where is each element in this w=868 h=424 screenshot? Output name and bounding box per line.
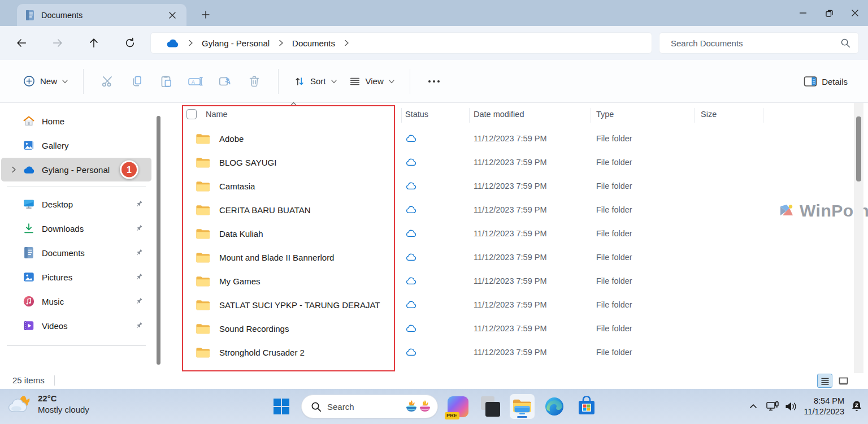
sidebar-item-videos[interactable]: Videos [1, 314, 151, 338]
share-button[interactable] [210, 69, 240, 94]
file-explorer-button[interactable] [510, 394, 535, 419]
search-input[interactable] [671, 38, 840, 48]
sidebar-item-desktop[interactable]: Desktop [1, 192, 151, 216]
column-header-status[interactable]: Status [405, 110, 428, 119]
details-button[interactable]: Details [798, 69, 853, 94]
chevron-right-icon[interactable] [187, 40, 194, 46]
column-header-date[interactable]: Date modified [474, 110, 524, 119]
breadcrumb-item[interactable]: Gylang - Personal [202, 38, 270, 48]
sidebar-item-home[interactable]: Home [1, 109, 151, 133]
weather-widget[interactable]: 22°C Mostly cloudy [7, 393, 89, 415]
file-list-scrollbar[interactable] [854, 103, 863, 373]
back-button[interactable] [14, 36, 29, 50]
copy-icon [129, 74, 144, 89]
chevron-right-icon[interactable] [277, 40, 284, 46]
column-header-type[interactable]: Type [596, 110, 614, 119]
sidebar-item-gallery[interactable]: Gallery [1, 133, 151, 157]
details-view-button[interactable] [817, 374, 832, 388]
refresh-button[interactable] [123, 36, 137, 50]
table-row[interactable]: Sound Recordings 11/12/2023 7:59 PM File… [170, 318, 868, 341]
sidebar-item-documents[interactable]: Documents [1, 241, 151, 265]
sidebar-item-music[interactable]: Music [1, 289, 151, 313]
copilot-button[interactable]: PRE [445, 394, 470, 419]
new-tab-button[interactable] [198, 7, 214, 23]
table-row[interactable]: Data Kuliah 11/12/2023 7:59 PM File fold… [170, 223, 868, 246]
thumbnail-view-button[interactable] [836, 374, 851, 388]
forward-icon [51, 37, 64, 49]
column-divider[interactable] [763, 108, 763, 123]
copy-button[interactable] [122, 69, 151, 94]
column-divider[interactable] [469, 108, 470, 123]
forward-button[interactable] [50, 36, 65, 50]
table-row[interactable]: CERITA BARU BUATAN 11/12/2023 7:59 PM Fi… [170, 199, 868, 223]
table-row[interactable]: Camtasia 11/12/2023 7:59 PM File folder [170, 175, 868, 199]
sidebar-item-label: Home [42, 116, 146, 126]
sidebar-item-pictures[interactable]: Pictures [1, 265, 151, 289]
volume-icon[interactable] [784, 400, 797, 413]
file-type: File folder [596, 300, 632, 309]
scrollbar-thumb[interactable] [856, 116, 861, 181]
close-button[interactable] [842, 0, 868, 26]
explorer-tab[interactable]: Documents [17, 4, 186, 26]
cut-button[interactable] [93, 69, 122, 94]
breadcrumb-item[interactable]: Documents [292, 38, 335, 48]
microsoft-store-icon [577, 396, 596, 417]
file-name: Data Kuliah [219, 229, 263, 239]
up-button[interactable] [86, 36, 101, 50]
notification-bell-icon[interactable] [850, 400, 863, 413]
column-header-size[interactable]: Size [701, 110, 717, 119]
file-name: Adobe [219, 134, 244, 144]
view-button[interactable]: View [343, 69, 401, 94]
table-row[interactable]: Mount and Blade II Bannerlord 11/12/2023… [170, 246, 868, 270]
minimize-icon [799, 9, 807, 17]
breadcrumb[interactable]: Gylang - Personal Documents [150, 32, 652, 54]
new-button[interactable]: New [17, 69, 74, 94]
search-icon[interactable] [840, 38, 850, 48]
column-divider[interactable] [591, 108, 591, 123]
sidebar-item-downloads[interactable]: Downloads [1, 217, 151, 240]
paste-button[interactable] [151, 69, 181, 94]
tray-overflow-button[interactable] [749, 402, 758, 411]
sidebar-scrollbar[interactable] [157, 116, 160, 365]
edge-button[interactable] [542, 394, 567, 419]
table-row[interactable]: SATLAT SUCI YPKP - TARUNG DERAJAT 11/12/… [170, 294, 868, 318]
onedrive-icon[interactable] [166, 38, 179, 48]
column-header-name[interactable]: Name [206, 110, 228, 119]
date-modified: 11/12/2023 7:59 PM [474, 276, 547, 285]
list-view-icon [821, 377, 830, 385]
table-row[interactable]: BLOG SAYUGI 11/12/2023 7:59 PM File fold… [170, 152, 868, 175]
gallery-icon [23, 139, 35, 152]
table-row[interactable]: My Games 11/12/2023 7:59 PM File folder [170, 270, 868, 294]
expand-chevron-icon[interactable] [8, 166, 19, 173]
table-row[interactable]: Adobe 11/12/2023 7:59 PM File folder [170, 128, 868, 152]
sidebar-item-gylang-personal[interactable]: Gylang - Personal 1 [1, 158, 151, 181]
chevron-right-icon[interactable] [343, 40, 350, 46]
tab-close-icon[interactable] [165, 8, 180, 23]
taskbar-search[interactable]: Search [301, 395, 438, 418]
app-squares-button[interactable] [478, 394, 502, 419]
cloud-status-icon [405, 301, 416, 309]
clock[interactable]: 8:54 PM 11/12/2023 [804, 396, 845, 417]
folder-icon [196, 323, 210, 335]
date-modified: 11/12/2023 7:59 PM [474, 253, 547, 262]
minimize-button[interactable] [790, 0, 816, 26]
column-divider[interactable] [401, 108, 402, 123]
restore-button[interactable] [816, 0, 842, 26]
start-button[interactable] [269, 394, 294, 419]
select-all-checkbox[interactable] [186, 109, 197, 119]
weather-temp: 22°C [38, 393, 89, 404]
column-divider[interactable] [694, 108, 695, 123]
network-icon[interactable] [766, 400, 779, 413]
search-box[interactable] [659, 32, 859, 54]
rename-button[interactable]: A [181, 69, 210, 94]
date-modified: 11/12/2023 7:59 PM [474, 205, 547, 214]
store-button[interactable] [574, 394, 599, 419]
sort-button[interactable]: Sort [288, 69, 343, 94]
file-list: Name Status Date modified Type Size Adob… [170, 103, 868, 373]
table-row[interactable]: Stronghold Crusader 2 11/12/2023 7:59 PM… [170, 341, 868, 365]
more-button[interactable] [419, 69, 449, 94]
delete-button[interactable] [240, 69, 269, 94]
file-type: File folder [596, 276, 632, 285]
details-button-label: Details [822, 77, 848, 86]
folder-icon [196, 180, 210, 192]
